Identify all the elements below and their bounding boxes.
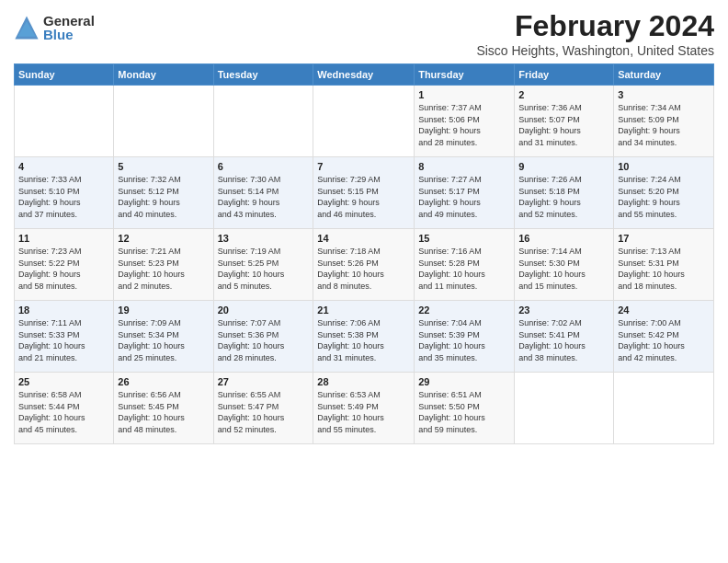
logo-blue: Blue <box>43 28 95 41</box>
week-row-5: 25Sunrise: 6:58 AM Sunset: 5:44 PM Dayli… <box>15 373 714 444</box>
logo-icon <box>14 15 40 40</box>
day-number: 18 <box>18 304 109 316</box>
day-info: Sunrise: 7:33 AM Sunset: 5:10 PM Dayligh… <box>18 174 109 220</box>
day-info: Sunrise: 7:02 AM Sunset: 5:41 PM Dayligh… <box>518 317 609 363</box>
week-row-2: 4Sunrise: 7:33 AM Sunset: 5:10 PM Daylig… <box>15 157 714 229</box>
day-number: 25 <box>18 376 109 387</box>
calendar-cell <box>213 86 313 157</box>
calendar-cell: 3Sunrise: 7:34 AM Sunset: 5:09 PM Daylig… <box>614 86 714 157</box>
day-info: Sunrise: 7:16 AM Sunset: 5:28 PM Dayligh… <box>418 246 510 292</box>
day-info: Sunrise: 7:19 AM Sunset: 5:25 PM Dayligh… <box>218 246 310 292</box>
day-info: Sunrise: 7:24 AM Sunset: 5:20 PM Dayligh… <box>618 174 710 220</box>
day-info: Sunrise: 7:21 AM Sunset: 5:23 PM Dayligh… <box>118 246 209 292</box>
calendar-cell: 16Sunrise: 7:14 AM Sunset: 5:30 PM Dayli… <box>515 229 614 301</box>
calendar-cell: 12Sunrise: 7:21 AM Sunset: 5:23 PM Dayli… <box>114 229 213 301</box>
day-info: Sunrise: 7:37 AM Sunset: 5:06 PM Dayligh… <box>418 102 510 148</box>
day-number: 17 <box>618 233 710 244</box>
day-info: Sunrise: 7:11 AM Sunset: 5:33 PM Dayligh… <box>18 317 109 363</box>
day-info: Sunrise: 7:13 AM Sunset: 5:31 PM Dayligh… <box>618 246 710 292</box>
col-monday: Monday <box>114 64 213 86</box>
day-info: Sunrise: 7:23 AM Sunset: 5:22 PM Dayligh… <box>18 246 109 292</box>
calendar-cell <box>614 373 714 444</box>
calendar-cell: 1Sunrise: 7:37 AM Sunset: 5:06 PM Daylig… <box>415 86 515 157</box>
calendar-cell: 17Sunrise: 7:13 AM Sunset: 5:31 PM Dayli… <box>614 229 714 301</box>
day-number: 1 <box>418 89 510 100</box>
calendar-cell: 27Sunrise: 6:55 AM Sunset: 5:47 PM Dayli… <box>213 373 313 444</box>
day-info: Sunrise: 7:14 AM Sunset: 5:30 PM Dayligh… <box>518 246 609 292</box>
calendar-cell: 25Sunrise: 6:58 AM Sunset: 5:44 PM Dayli… <box>15 373 114 444</box>
col-saturday: Saturday <box>614 64 714 86</box>
calendar-cell <box>114 86 213 157</box>
day-info: Sunrise: 6:56 AM Sunset: 5:45 PM Dayligh… <box>118 389 209 435</box>
day-number: 19 <box>118 304 209 316</box>
day-number: 10 <box>618 161 710 172</box>
day-info: Sunrise: 7:18 AM Sunset: 5:26 PM Dayligh… <box>317 246 410 292</box>
calendar-cell: 23Sunrise: 7:02 AM Sunset: 5:41 PM Dayli… <box>515 301 614 373</box>
day-info: Sunrise: 7:32 AM Sunset: 5:12 PM Dayligh… <box>118 174 209 220</box>
day-info: Sunrise: 7:29 AM Sunset: 5:15 PM Dayligh… <box>317 174 410 220</box>
col-friday: Friday <box>515 64 614 86</box>
day-info: Sunrise: 7:26 AM Sunset: 5:18 PM Dayligh… <box>518 174 609 220</box>
logo-general: General <box>43 14 95 28</box>
day-number: 26 <box>118 376 209 387</box>
calendar-cell: 9Sunrise: 7:26 AM Sunset: 5:18 PM Daylig… <box>515 157 614 229</box>
day-number: 13 <box>218 233 310 244</box>
header-row: Sunday Monday Tuesday Wednesday Thursday… <box>15 64 714 86</box>
calendar-cell: 2Sunrise: 7:36 AM Sunset: 5:07 PM Daylig… <box>515 86 614 157</box>
header: General Blue February 2024 Sisco Heights… <box>14 9 714 58</box>
day-info: Sunrise: 7:27 AM Sunset: 5:17 PM Dayligh… <box>418 174 510 220</box>
day-number: 22 <box>418 304 510 316</box>
calendar-cell: 11Sunrise: 7:23 AM Sunset: 5:22 PM Dayli… <box>15 229 114 301</box>
day-number: 24 <box>618 304 710 316</box>
day-number: 5 <box>118 161 209 172</box>
page-container: General Blue February 2024 Sisco Heights… <box>0 0 728 454</box>
day-number: 7 <box>317 161 410 172</box>
logo-text: General Blue <box>43 14 95 41</box>
week-row-1: 1Sunrise: 7:37 AM Sunset: 5:06 PM Daylig… <box>15 86 714 157</box>
calendar-cell: 6Sunrise: 7:30 AM Sunset: 5:14 PM Daylig… <box>213 157 313 229</box>
day-number: 4 <box>18 161 109 172</box>
day-number: 8 <box>418 161 510 172</box>
main-title: February 2024 <box>476 9 714 43</box>
calendar-cell: 20Sunrise: 7:07 AM Sunset: 5:36 PM Dayli… <box>213 301 313 373</box>
calendar-cell: 28Sunrise: 6:53 AM Sunset: 5:49 PM Dayli… <box>313 373 415 444</box>
calendar-cell: 4Sunrise: 7:33 AM Sunset: 5:10 PM Daylig… <box>15 157 114 229</box>
day-info: Sunrise: 6:58 AM Sunset: 5:44 PM Dayligh… <box>18 389 109 435</box>
day-number: 6 <box>218 161 310 172</box>
week-row-4: 18Sunrise: 7:11 AM Sunset: 5:33 PM Dayli… <box>15 301 714 373</box>
calendar-cell: 13Sunrise: 7:19 AM Sunset: 5:25 PM Dayli… <box>213 229 313 301</box>
day-number: 27 <box>218 376 310 387</box>
day-info: Sunrise: 7:36 AM Sunset: 5:07 PM Dayligh… <box>518 102 609 148</box>
day-info: Sunrise: 7:30 AM Sunset: 5:14 PM Dayligh… <box>218 174 310 220</box>
calendar-cell <box>515 373 614 444</box>
day-number: 20 <box>218 304 310 316</box>
day-number: 16 <box>518 233 609 244</box>
day-number: 29 <box>418 376 510 387</box>
day-info: Sunrise: 7:34 AM Sunset: 5:09 PM Dayligh… <box>618 102 710 148</box>
day-number: 11 <box>18 233 109 244</box>
calendar-cell: 7Sunrise: 7:29 AM Sunset: 5:15 PM Daylig… <box>313 157 415 229</box>
calendar-cell: 18Sunrise: 7:11 AM Sunset: 5:33 PM Dayli… <box>15 301 114 373</box>
day-info: Sunrise: 7:04 AM Sunset: 5:39 PM Dayligh… <box>418 317 510 363</box>
calendar-cell: 19Sunrise: 7:09 AM Sunset: 5:34 PM Dayli… <box>114 301 213 373</box>
title-area: February 2024 Sisco Heights, Washington,… <box>476 9 714 58</box>
calendar-cell: 24Sunrise: 7:00 AM Sunset: 5:42 PM Dayli… <box>614 301 714 373</box>
col-wednesday: Wednesday <box>313 64 415 86</box>
col-thursday: Thursday <box>415 64 515 86</box>
day-info: Sunrise: 7:06 AM Sunset: 5:38 PM Dayligh… <box>317 317 410 363</box>
subtitle: Sisco Heights, Washington, United States <box>476 43 714 58</box>
day-number: 9 <box>518 161 609 172</box>
day-number: 14 <box>317 233 410 244</box>
day-number: 3 <box>618 89 710 100</box>
calendar-cell: 15Sunrise: 7:16 AM Sunset: 5:28 PM Dayli… <box>415 229 515 301</box>
day-info: Sunrise: 6:53 AM Sunset: 5:49 PM Dayligh… <box>317 389 410 435</box>
calendar-cell: 21Sunrise: 7:06 AM Sunset: 5:38 PM Dayli… <box>313 301 415 373</box>
calendar-cell: 10Sunrise: 7:24 AM Sunset: 5:20 PM Dayli… <box>614 157 714 229</box>
calendar-table: Sunday Monday Tuesday Wednesday Thursday… <box>14 63 714 444</box>
calendar-cell <box>15 86 114 157</box>
day-number: 12 <box>118 233 209 244</box>
calendar-cell: 8Sunrise: 7:27 AM Sunset: 5:17 PM Daylig… <box>415 157 515 229</box>
day-number: 23 <box>518 304 609 316</box>
calendar-cell: 22Sunrise: 7:04 AM Sunset: 5:39 PM Dayli… <box>415 301 515 373</box>
calendar-cell <box>313 86 415 157</box>
